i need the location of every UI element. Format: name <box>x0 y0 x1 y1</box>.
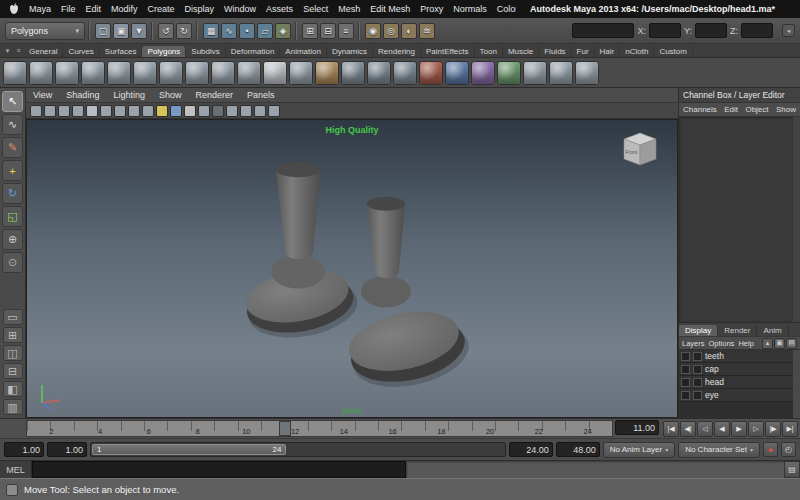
poly-pipe-icon[interactable] <box>211 61 235 85</box>
shelf-tab[interactable]: Dynamics <box>327 46 373 57</box>
menu-item[interactable]: Modify <box>106 4 143 14</box>
move-layer-up-icon[interactable]: ▴ <box>762 338 773 349</box>
snap-to-point-icon[interactable]: • <box>239 23 255 39</box>
panel-menu-item[interactable]: Panels <box>240 90 282 100</box>
poly-prism-icon[interactable] <box>159 61 183 85</box>
save-scene-icon[interactable]: ▼ <box>131 23 147 39</box>
command-line-input[interactable] <box>32 461 406 478</box>
boolean-difference-icon[interactable] <box>445 61 469 85</box>
reduce-icon[interactable] <box>497 61 521 85</box>
layout-persp-graph[interactable]: ▥ <box>3 399 23 415</box>
layer-row[interactable]: eye <box>679 389 793 402</box>
bridge-icon[interactable] <box>549 61 573 85</box>
paint-selection-tool[interactable]: ✎ <box>2 137 23 158</box>
wireframe-mode-icon[interactable] <box>184 105 196 117</box>
menu-item[interactable]: Edit <box>81 4 107 14</box>
shelf-tab[interactable]: Deformation <box>226 46 281 57</box>
channel-box-menu-item[interactable]: Object <box>745 105 768 114</box>
poly-pyramid-icon[interactable] <box>185 61 209 85</box>
animation-start-field[interactable] <box>4 442 44 457</box>
shelf-tab[interactable]: Hair <box>595 46 621 57</box>
layer-editor-tab[interactable]: Anim <box>757 325 788 336</box>
shelf-tab[interactable]: Fluids <box>539 46 571 57</box>
new-empty-layer-icon[interactable]: ▣ <box>774 338 785 349</box>
z-coordinate-field[interactable] <box>741 23 773 38</box>
isolate-select-icon[interactable] <box>254 105 266 117</box>
snap-to-curve-icon[interactable]: ∿ <box>221 23 237 39</box>
layout-single-pane[interactable]: ▭ <box>3 309 23 325</box>
shelf-tab[interactable]: Muscle <box>503 46 539 57</box>
rotate-tool[interactable]: ↻ <box>2 183 23 204</box>
menu-item[interactable]: Proxy <box>415 4 448 14</box>
motion-blur-icon[interactable] <box>240 105 252 117</box>
smooth-shade-mode-icon[interactable] <box>198 105 210 117</box>
shelf-options-icon[interactable]: ≡ <box>13 44 24 57</box>
layer-visibility-toggle[interactable] <box>681 378 690 387</box>
channel-box-menu-item[interactable]: Channels <box>683 105 717 114</box>
layer-row[interactable]: head <box>679 376 793 389</box>
platonic-solid-icon[interactable] <box>289 61 313 85</box>
animation-end-field[interactable] <box>556 442 600 457</box>
layer-row[interactable]: cap <box>679 363 793 376</box>
poly-sphere-icon[interactable] <box>3 61 27 85</box>
undo-icon[interactable]: ↺ <box>158 23 174 39</box>
layer-visibility-toggle[interactable] <box>681 391 690 400</box>
animation-preferences-button[interactable]: ◴ <box>781 442 796 457</box>
quick-select-input[interactable] <box>572 23 634 38</box>
boolean-union-icon[interactable] <box>419 61 443 85</box>
y-coordinate-field[interactable] <box>695 23 727 38</box>
go-to-end-button[interactable]: ▶| <box>782 421 798 437</box>
channel-box-menu-item[interactable]: Edit <box>724 105 738 114</box>
menu-item[interactable]: Select <box>298 4 333 14</box>
step-back-frame-button[interactable]: ◀| <box>680 421 696 437</box>
snap-to-grid-icon[interactable]: ▦ <box>203 23 219 39</box>
image-plane-icon[interactable] <box>58 105 70 117</box>
shelf-tab[interactable]: Polygons <box>142 46 186 57</box>
render-current-frame-icon[interactable]: ◎ <box>383 23 399 39</box>
menu-item[interactable]: Normals <box>448 4 492 14</box>
poly-cone-icon[interactable] <box>81 61 105 85</box>
layout-two-pane-stacked[interactable]: ⊟ <box>3 363 23 379</box>
channel-box-menu-item[interactable]: Show <box>776 105 796 114</box>
move-tool[interactable]: + <box>2 160 23 181</box>
view-cube[interactable]: Front <box>619 128 661 168</box>
playback-end-field[interactable] <box>509 442 553 457</box>
camera-attributes-icon[interactable] <box>30 105 42 117</box>
current-time-field[interactable] <box>615 420 659 435</box>
append-polygon-icon[interactable] <box>575 61 599 85</box>
panel-menu-item[interactable]: Show <box>152 90 189 100</box>
layer-menu-item[interactable]: Layers <box>682 339 705 348</box>
shelf-tab[interactable]: PaintEffects <box>421 46 475 57</box>
sculpt-geometry-icon[interactable] <box>315 61 339 85</box>
right-boot[interactable] <box>343 197 474 397</box>
open-render-view-icon[interactable]: ◉ <box>365 23 381 39</box>
layer-display-type-toggle[interactable] <box>693 352 702 361</box>
last-tool-used[interactable]: ⊙ <box>2 252 23 273</box>
layout-persp-outliner[interactable]: ◧ <box>3 381 23 397</box>
bookmarks-icon[interactable] <box>44 105 56 117</box>
menu-item[interactable]: Create <box>143 4 180 14</box>
shelf-menu-icon[interactable]: ▾ <box>2 44 13 57</box>
poly-torus-icon[interactable] <box>133 61 157 85</box>
use-all-lights-icon[interactable] <box>156 105 168 117</box>
menu-set-dropdown[interactable]: Polygons <box>5 22 85 40</box>
shelf-tab[interactable]: nCloth <box>620 46 654 57</box>
output-operations-icon[interactable]: ⊟ <box>320 23 336 39</box>
layer-editor-tab[interactable]: Render <box>718 325 757 336</box>
poly-cube-icon[interactable] <box>29 61 53 85</box>
layer-editor-tab[interactable]: Display <box>679 325 718 336</box>
poly-plane-icon[interactable] <box>107 61 131 85</box>
shelf-tab[interactable]: Toon <box>475 46 503 57</box>
range-slider-bar[interactable]: 1 24 <box>92 444 286 455</box>
select-tool[interactable]: ↖ <box>2 91 23 112</box>
time-slider[interactable]: 24681012141618202224 <box>26 420 613 437</box>
menu-item[interactable]: Mesh <box>333 4 365 14</box>
separate-icon[interactable] <box>367 61 391 85</box>
grid-toggle-icon[interactable] <box>100 105 112 117</box>
layer-menu-item[interactable]: Help <box>738 339 753 348</box>
ipr-render-icon[interactable]: ◐ <box>401 23 417 39</box>
step-back-key-button[interactable]: ◁ <box>697 421 713 437</box>
menu-item[interactable]: Display <box>180 4 220 14</box>
combine-icon[interactable] <box>341 61 365 85</box>
panel-menu-item[interactable]: Shading <box>59 90 106 100</box>
